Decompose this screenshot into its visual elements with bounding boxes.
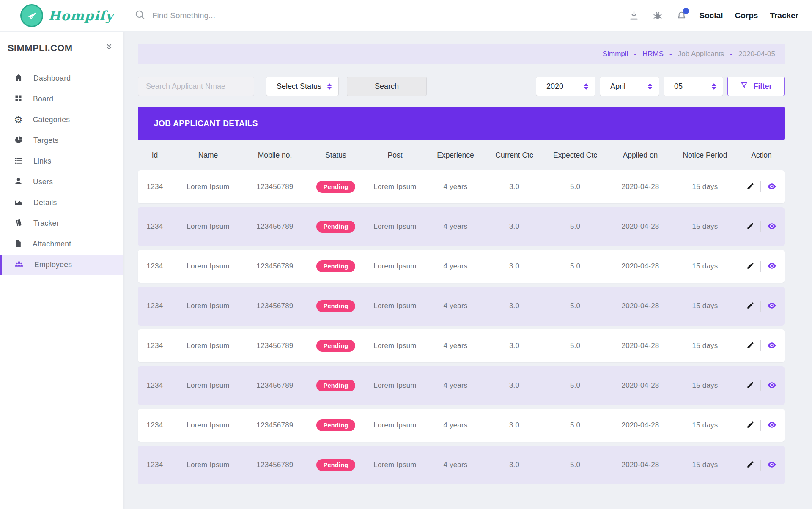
sidebar-item-board[interactable]: Board [0,89,123,109]
download-icon[interactable] [628,10,640,22]
cell-id: 1234 [138,222,172,231]
action-divider [760,340,761,351]
cell-action [738,460,785,471]
view-button[interactable] [767,261,777,272]
sidebar-item-users[interactable]: Users [0,172,123,192]
view-icon [767,460,777,471]
file-icon [14,239,22,249]
people-icon [14,259,24,271]
cell-name: Lorem Ipsum [172,183,244,191]
status-badge: Pending [316,221,356,233]
cell-id: 1234 [138,262,172,271]
cell-notice-period: 15 days [672,461,738,469]
nav-link-corps[interactable]: Corps [735,11,758,20]
global-search-input[interactable] [152,11,330,20]
table-row: 1234 Lorem Ipsum 123456789 Pending Lorem… [138,409,785,442]
table-row: 1234 Lorem Ipsum 123456789 Pending Lorem… [138,446,785,484]
sidebar-item-details[interactable]: Details [0,192,123,213]
status-badge: Pending [316,340,356,352]
cell-notice-period: 15 days [672,302,738,310]
edit-icon [746,381,754,390]
table-row: 1234 Lorem Ipsum 123456789 Pending Lorem… [138,170,785,203]
sidebar-item-label: Board [33,95,53,104]
topbar: Hompify [0,0,812,32]
column-header-name: Name [172,151,244,160]
cell-notice-period: 15 days [672,381,738,390]
cell-id: 1234 [138,183,172,191]
cell-expected-ctc: 5.0 [541,302,609,310]
sidebar-item-targets[interactable]: Targets [0,130,123,151]
view-icon [767,340,777,352]
list-icon [14,156,23,167]
view-button[interactable] [767,420,777,431]
edit-button[interactable] [746,381,754,390]
sidebar-item-label: Dashboard [33,74,71,83]
breadcrumb-link-simmpli[interactable]: Simmpli [603,50,628,58]
cell-status: Pending [305,459,366,471]
cell-mobile: 123456789 [244,461,305,469]
bug-icon[interactable] [652,10,664,22]
edit-button[interactable] [746,222,754,231]
applicant-name-search-input[interactable] [138,77,254,96]
sidebar-item-tracker[interactable]: Tracker [0,213,123,234]
cell-experience: 4 years [424,421,487,430]
day-select[interactable]: 05 [664,77,723,96]
sidebar-item-attachment[interactable]: Attachment [0,234,123,254]
view-button[interactable] [767,301,777,312]
cell-applied-on: 2020-04-28 [609,381,672,390]
cell-action [738,340,785,352]
edit-button[interactable] [746,182,754,192]
edit-button[interactable] [746,341,754,350]
cell-current-ctc: 3.0 [487,342,541,350]
cell-post: Lorem Ipsum [366,381,424,390]
date-filter-group: 2020 April 05 [536,77,785,96]
view-button[interactable] [767,181,777,193]
edit-button[interactable] [746,460,754,470]
edit-icon [746,341,754,350]
sidebar-item-employees[interactable]: Employees [0,254,123,275]
view-button[interactable] [767,221,777,233]
notification-badge [683,8,689,14]
view-button[interactable] [767,460,777,471]
view-button[interactable] [767,380,777,391]
column-header-experience: Experience [424,151,487,160]
search-icon [134,9,145,22]
table-row: 1234 Lorem Ipsum 123456789 Pending Lorem… [138,287,785,326]
gear-icon: ⚙ [14,115,23,125]
year-select[interactable]: 2020 [536,77,595,96]
status-badge: Pending [316,459,356,471]
logo[interactable]: Hompify [0,4,123,27]
search-button[interactable]: Search [347,77,427,96]
cell-expected-ctc: 5.0 [541,183,609,191]
column-header-id: Id [138,151,172,160]
sidebar-item-categories[interactable]: ⚙ Categories [0,109,123,130]
edit-button[interactable] [746,421,754,430]
cell-status: Pending [305,260,366,272]
edit-button[interactable] [746,262,754,271]
status-select[interactable]: Select Status [266,77,339,96]
nav-link-social[interactable]: Social [699,11,723,20]
cell-action [738,181,785,193]
edit-button[interactable] [746,301,754,311]
cell-current-ctc: 3.0 [487,381,541,390]
sidebar-item-links[interactable]: Links [0,151,123,172]
edit-icon [746,301,754,311]
cell-current-ctc: 3.0 [487,183,541,191]
breadcrumb-link-hrms[interactable]: HRMS [642,50,664,58]
collapse-sidebar-icon[interactable] [104,43,114,54]
funnel-icon [740,81,749,92]
nav-link-tracker[interactable]: Tracker [770,11,798,20]
cell-action [738,420,785,431]
pie-chart-icon [14,135,23,146]
cell-action [738,261,785,272]
select-arrows-icon [648,83,652,90]
month-select[interactable]: April [600,77,659,96]
view-button[interactable] [767,340,777,352]
cell-experience: 4 years [424,262,487,271]
sidebar-item-dashboard[interactable]: Dashboard [0,68,123,89]
month-select-value: April [610,82,625,91]
action-divider [760,380,761,391]
bell-icon[interactable] [675,10,687,22]
status-badge: Pending [316,419,356,431]
filter-button[interactable]: Filter [727,77,785,96]
